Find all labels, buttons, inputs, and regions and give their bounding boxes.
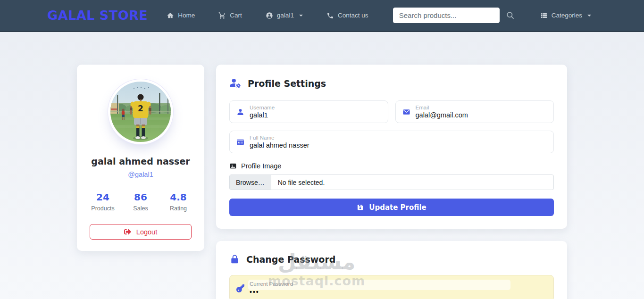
card-title: Change Password (246, 254, 335, 265)
navbar: GALAL STORE Home Cart galal1 Contact us (0, 0, 644, 32)
id-card-icon (236, 138, 244, 146)
field-label: Current Password (250, 281, 547, 287)
logout-button[interactable]: Logout (90, 224, 192, 240)
stat-sales: 86 Sales (129, 191, 152, 212)
field-value: galal ahmed nasser (250, 141, 309, 149)
lock-icon (229, 254, 240, 265)
svg-text:2: 2 (138, 104, 143, 113)
card-header: Change Password (229, 254, 554, 265)
profile-handle[interactable]: @galal1 (90, 171, 192, 178)
key-icon (236, 284, 244, 292)
stats-row: 24 Products 86 Sales 4.8 Rating (90, 191, 192, 212)
field-text: Current Password ••• (250, 281, 547, 296)
save-icon (357, 204, 364, 211)
cart-icon (218, 12, 226, 19)
nav-label: Categories (552, 12, 582, 19)
brand-logo[interactable]: GALAL STORE (47, 8, 148, 23)
field-value: galal@gmail.com (416, 111, 468, 119)
search-icon (506, 11, 515, 20)
nav-item-cart[interactable]: Cart (218, 12, 242, 19)
fields-row: Username galal1 Email galal@gmail.com (229, 100, 554, 123)
caret-down-icon (299, 15, 303, 17)
search-input[interactable] (393, 8, 500, 23)
categories-dropdown[interactable]: Categories (540, 12, 591, 19)
search-group (393, 8, 521, 23)
stat-products: 24 Products (91, 191, 115, 212)
stat-label: Products (91, 205, 115, 212)
field-text: Email galal@gmail.com (416, 105, 468, 119)
phone-icon (326, 12, 334, 19)
profile-name: galal ahmed nasser (90, 156, 192, 166)
settings-column: Profile Settings Username galal1 Email (216, 65, 567, 299)
envelope-icon (402, 108, 410, 116)
username-field[interactable]: Username galal1 (229, 100, 388, 123)
field-text: Full Name galal ahmed nasser (250, 135, 309, 149)
nav-item-user-dropdown[interactable]: galal1 (266, 12, 303, 19)
profile-image-label: Profile Image (229, 162, 554, 170)
profile-card: 2 galal ahmed nasser @galal1 24 (77, 65, 204, 251)
stat-value: 24 (91, 191, 115, 203)
users-cog-icon (229, 77, 242, 90)
nav-items: Home Cart galal1 Contact us (167, 12, 368, 19)
page: GALAL STORE Home Cart galal1 Contact us (0, 0, 644, 299)
current-password-field[interactable]: Current Password ••• (229, 275, 554, 299)
stat-value: 86 (129, 191, 152, 203)
search-button[interactable] (506, 11, 515, 20)
email-field[interactable]: Email galal@gmail.com (395, 100, 554, 123)
home-icon (167, 12, 174, 19)
update-profile-label: Update Profile (369, 203, 426, 212)
image-icon (229, 162, 237, 170)
field-label: Full Name (250, 135, 309, 141)
nav-item-contact[interactable]: Contact us (326, 12, 368, 19)
avatar: 2 (110, 82, 171, 142)
field-label: Username (250, 105, 275, 110)
nav-label: Cart (230, 12, 242, 19)
nav-label: Contact us (338, 12, 368, 19)
stat-value: 4.8 (167, 191, 190, 203)
user-icon (236, 108, 244, 116)
logout-icon (124, 228, 131, 235)
logout-label: Logout (136, 228, 157, 236)
nav-label: galal1 (277, 12, 294, 19)
profile-image-label-text: Profile Image (241, 162, 281, 170)
change-password-card: Change Password Current Password ••• (216, 241, 567, 299)
main-content: 2 galal ahmed nasser @galal1 24 (0, 32, 644, 299)
nav-item-home[interactable]: Home (167, 12, 195, 19)
card-title: Profile Settings (248, 78, 326, 89)
avatar-photo: 2 (110, 82, 171, 142)
field-text: Username galal1 (250, 105, 275, 119)
stat-label: Rating (167, 205, 190, 212)
profile-image-file-input[interactable]: Browse… No file selected. (229, 174, 554, 190)
update-profile-button[interactable]: Update Profile (229, 199, 554, 216)
stat-rating: 4.8 Rating (167, 191, 190, 212)
field-label: Email (416, 105, 468, 110)
user-circle-icon (266, 12, 273, 19)
file-status: No file selected. (271, 179, 325, 186)
stat-label: Sales (129, 205, 152, 212)
browse-button[interactable]: Browse… (230, 175, 271, 190)
field-value: ••• (250, 288, 547, 296)
categories-icon (540, 12, 548, 19)
caret-down-icon (587, 15, 591, 17)
field-value: galal1 (250, 111, 275, 119)
full-name-field[interactable]: Full Name galal ahmed nasser (229, 131, 554, 153)
card-header: Profile Settings (229, 77, 554, 90)
profile-settings-card: Profile Settings Username galal1 Email (216, 65, 567, 229)
nav-label: Home (178, 12, 195, 19)
